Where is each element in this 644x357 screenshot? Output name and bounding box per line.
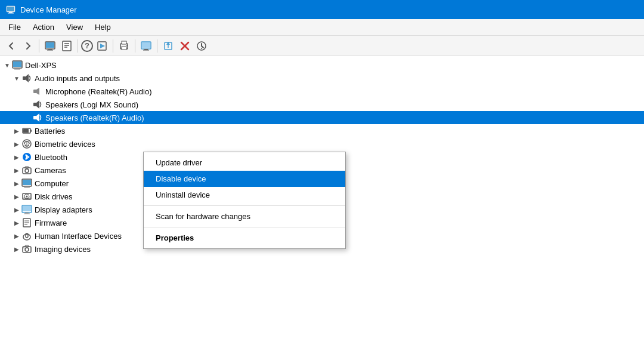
svg-rect-1 <box>7 7 14 11</box>
ctx-sep-2 <box>144 227 345 227</box>
svg-point-75 <box>25 248 29 251</box>
remove-device-btn[interactable] <box>177 38 193 54</box>
properties-icon-btn[interactable] <box>59 38 75 54</box>
svg-rect-5 <box>46 42 54 48</box>
svg-point-17 <box>126 45 128 46</box>
svg-point-52 <box>25 169 29 173</box>
help-btn[interactable]: ? <box>81 40 93 52</box>
svg-rect-16 <box>122 47 126 50</box>
expand-disk[interactable]: ▶ <box>12 192 21 201</box>
svg-line-29 <box>202 46 203 48</box>
svg-rect-55 <box>23 180 31 185</box>
tree-item-batteries[interactable]: ▶ Batteries <box>0 124 644 137</box>
tree-label-firmware: Firmware <box>35 218 67 227</box>
svg-marker-42 <box>36 113 39 122</box>
tree-label-cameras: Cameras <box>35 166 66 175</box>
expand-firmware[interactable]: ▶ <box>12 218 21 227</box>
svg-rect-19 <box>142 42 150 48</box>
svg-rect-44 <box>30 130 32 132</box>
tree-item-speakers-logi[interactable]: Speakers (Logi MX Sound) <box>0 98 644 111</box>
microphone-icon <box>32 86 43 97</box>
svg-point-60 <box>26 196 28 198</box>
svg-marker-38 <box>36 88 39 95</box>
tree-item-biometric[interactable]: ▶ Biometric devices <box>0 137 644 150</box>
menu-view[interactable]: View <box>60 20 89 34</box>
ctx-scan-hardware[interactable]: Scan for hardware changes <box>144 208 345 224</box>
svg-rect-56 <box>25 186 29 187</box>
menu-bar: File Action View Help <box>0 19 644 36</box>
ctx-uninstall-device[interactable]: Uninstall device <box>144 187 345 203</box>
svg-marker-13 <box>100 44 105 48</box>
svg-rect-35 <box>23 76 26 80</box>
scan-changes-btn[interactable] <box>194 38 209 54</box>
expand-hid[interactable]: ▶ <box>12 231 21 241</box>
main-content: ▼ Dell-XPS ▼ Audio inputs <box>0 56 644 357</box>
svg-rect-37 <box>33 90 36 93</box>
print-btn[interactable] <box>116 38 132 54</box>
svg-rect-64 <box>23 206 31 211</box>
tree-item-speakers-realtek[interactable]: Speakers (Realtek(R) Audio) <box>0 111 644 124</box>
expand-display[interactable]: ▶ <box>12 205 21 214</box>
svg-rect-6 <box>48 49 52 50</box>
toolbar-sep-4 <box>135 39 135 53</box>
toolbar-sep-2 <box>78 39 78 53</box>
ctx-properties[interactable]: Properties <box>144 230 345 246</box>
svg-rect-15 <box>122 41 126 44</box>
expand-batteries[interactable]: ▶ <box>12 126 21 136</box>
computer-icon <box>12 60 23 70</box>
svg-marker-40 <box>36 100 39 109</box>
tree-item-root[interactable]: ▼ Dell-XPS <box>0 59 644 72</box>
back-button[interactable] <box>4 38 19 54</box>
svg-rect-20 <box>144 49 148 50</box>
title-bar: Device Manager <box>0 0 644 19</box>
tree-label-disk-drives: Disk drives <box>35 192 73 201</box>
tree-label-speakers-realtek: Speakers (Realtek(R) Audio) <box>45 113 144 122</box>
tree-label-audio: Audio inputs and outputs <box>35 74 120 83</box>
toolbar-sep-5 <box>157 39 157 53</box>
menu-help[interactable]: Help <box>89 20 117 34</box>
ctx-update-driver[interactable]: Update driver <box>144 155 345 171</box>
forward-button[interactable] <box>20 38 36 54</box>
display-icon <box>21 204 32 215</box>
run-btn[interactable] <box>94 38 110 54</box>
svg-rect-34 <box>14 69 20 70</box>
svg-point-30 <box>201 48 202 49</box>
ctx-disable-device[interactable]: Disable device <box>144 171 345 187</box>
menu-file[interactable]: File <box>2 20 27 34</box>
biometric-icon <box>21 139 32 149</box>
svg-marker-36 <box>26 74 29 82</box>
svg-rect-45 <box>23 129 29 133</box>
monitor-btn[interactable] <box>138 38 154 54</box>
expand-cameras[interactable]: ▶ <box>12 165 21 175</box>
speakers-realtek-icon <box>32 112 43 123</box>
context-menu: Update driver Disable device Uninstall d… <box>143 152 346 249</box>
svg-rect-66 <box>24 214 30 214</box>
svg-rect-8 <box>63 41 71 51</box>
firmware-icon <box>21 217 32 228</box>
tree-item-audio[interactable]: ▼ Audio inputs and outputs <box>0 72 644 85</box>
window-title: Device Manager <box>20 5 77 14</box>
toolbar-sep-1 <box>39 39 39 53</box>
expand-root[interactable]: ▼ <box>2 60 12 70</box>
menu-action[interactable]: Action <box>27 20 60 34</box>
tree-item-microphone[interactable]: Microphone (Realtek(R) Audio) <box>0 85 644 98</box>
imaging-icon <box>21 244 32 254</box>
tree-label-bluetooth: Bluetooth <box>35 153 67 162</box>
svg-point-62 <box>29 199 30 200</box>
cameras-icon <box>21 165 32 176</box>
toolbar-sep-3 <box>113 39 113 53</box>
svg-rect-2 <box>9 12 13 13</box>
expand-bluetooth[interactable]: ▶ <box>12 152 21 162</box>
device-manager-icon-btn[interactable] <box>42 38 58 54</box>
expand-imaging[interactable]: ▶ <box>12 244 21 254</box>
svg-rect-21 <box>143 50 149 50</box>
update-driver-btn[interactable] <box>160 38 176 54</box>
app-icon <box>6 5 16 14</box>
batteries-icon <box>21 125 32 136</box>
expand-biometric[interactable]: ▶ <box>12 139 21 149</box>
expand-audio[interactable]: ▼ <box>12 73 21 83</box>
svg-rect-7 <box>47 50 53 50</box>
expand-computer[interactable]: ▶ <box>12 178 21 188</box>
svg-rect-32 <box>13 61 21 67</box>
svg-rect-65 <box>25 213 29 214</box>
